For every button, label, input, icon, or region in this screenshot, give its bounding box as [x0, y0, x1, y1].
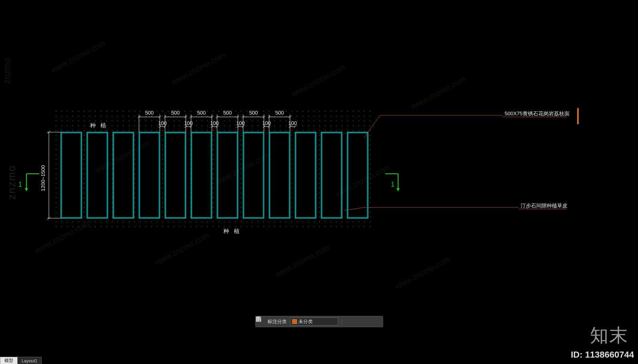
svg-point-386: [319, 169, 320, 169]
svg-point-555: [258, 221, 258, 222]
svg-point-272: [302, 130, 303, 131]
tab-layout1[interactable]: Layout1: [18, 357, 42, 364]
svg-point-233: [84, 130, 85, 131]
svg-rect-652: [296, 133, 315, 217]
svg-point-125: [117, 121, 118, 121]
copy-icon[interactable]: [364, 318, 370, 325]
svg-point-51: [342, 111, 342, 112]
svg-point-65: [101, 116, 101, 117]
svg-point-139: [196, 121, 197, 121]
svg-point-531: [123, 221, 124, 222]
svg-point-301: [134, 140, 135, 141]
svg-text:500: 500: [223, 110, 232, 116]
svg-point-337: [56, 154, 56, 155]
svg-point-279: [342, 130, 342, 131]
svg-point-261: [241, 130, 242, 131]
svg-rect-650: [270, 133, 289, 217]
svg-point-168: [358, 121, 359, 121]
svg-point-317: [213, 145, 213, 145]
svg-point-167: [353, 121, 354, 121]
svg-point-257: [218, 130, 219, 131]
svg-point-525: [89, 221, 90, 222]
svg-point-427: [370, 183, 370, 184]
svg-rect-651: [295, 132, 316, 218]
svg-point-604: [213, 226, 213, 227]
svg-point-260: [235, 130, 236, 131]
svg-point-29: [218, 111, 219, 112]
svg-point-102: [308, 116, 309, 117]
svg-point-560: [286, 221, 286, 222]
svg-point-187: [145, 125, 146, 126]
svg-point-536: [151, 221, 152, 222]
svg-point-90: [241, 116, 242, 117]
svg-point-330: [213, 149, 213, 150]
svg-point-429: [84, 188, 85, 189]
svg-point-474: [241, 202, 242, 203]
svg-point-304: [213, 140, 213, 141]
svg-point-409: [241, 178, 242, 179]
svg-point-158: [302, 121, 303, 121]
svg-point-114: [56, 121, 56, 121]
drawing-svg: 种 植 种 植 500500500500500500 1001001001001…: [0, 0, 638, 364]
svg-point-411: [291, 178, 292, 179]
svg-point-480: [56, 207, 56, 208]
svg-point-77: [168, 116, 169, 117]
tab-model[interactable]: 模型: [0, 357, 18, 364]
svg-point-520: [61, 221, 62, 222]
svg-point-585: [106, 226, 107, 227]
svg-point-220: [330, 125, 331, 126]
category-dropdown[interactable]: 未分类: [290, 318, 338, 326]
svg-point-523: [78, 221, 79, 222]
svg-point-574: [364, 221, 365, 222]
svg-point-87: [224, 116, 225, 117]
svg-rect-633: [61, 132, 82, 218]
svg-rect-656: [348, 133, 367, 217]
svg-point-48: [325, 111, 326, 112]
svg-point-287: [112, 135, 113, 136]
svg-point-490: [319, 207, 320, 208]
svg-point-392: [134, 173, 135, 174]
svg-point-131: [151, 121, 152, 121]
svg-point-434: [213, 188, 213, 189]
svg-point-183: [123, 125, 124, 126]
svg-point-324: [56, 149, 56, 150]
svg-point-437: [291, 188, 292, 189]
svg-point-362: [370, 159, 370, 160]
edit-icon[interactable]: [345, 318, 351, 325]
svg-point-192: [173, 125, 174, 126]
svg-point-63: [89, 116, 90, 117]
svg-point-599: [185, 226, 185, 227]
svg-point-154: [280, 121, 281, 121]
svg-point-418: [134, 183, 135, 184]
svg-point-83: [201, 116, 202, 117]
svg-point-403: [84, 178, 85, 179]
svg-point-314: [134, 145, 135, 145]
paste-icon[interactable]: [374, 318, 380, 325]
svg-point-245: [151, 130, 152, 131]
svg-point-543: [190, 221, 191, 222]
svg-point-96: [274, 116, 275, 117]
text-planting-top: 种 植: [90, 122, 108, 129]
svg-point-45: [308, 111, 309, 112]
svg-point-221: [336, 125, 337, 126]
toolbar-label: 标注分类: [268, 318, 287, 325]
svg-point-489: [291, 207, 292, 208]
move-icon[interactable]: [354, 318, 361, 325]
svg-point-217: [314, 125, 314, 126]
svg-point-53: [353, 111, 354, 112]
svg-point-615: [274, 226, 275, 227]
svg-point-117: [72, 121, 73, 121]
svg-point-494: [84, 212, 85, 213]
svg-point-630: [358, 226, 359, 227]
cad-viewport[interactable]: www.znzmo.com www.znzmo.com www.znzmo.co…: [0, 0, 638, 364]
svg-point-532: [129, 221, 129, 222]
svg-point-401: [370, 173, 370, 174]
layout-tabs: 模型 Layout1: [0, 357, 42, 364]
svg-point-276: [325, 130, 326, 131]
svg-rect-654: [322, 133, 341, 217]
svg-point-123: [106, 121, 107, 121]
svg-point-141: [207, 121, 208, 121]
svg-point-10: [112, 111, 113, 112]
svg-point-144: [224, 121, 225, 121]
svg-point-463: [291, 197, 292, 198]
